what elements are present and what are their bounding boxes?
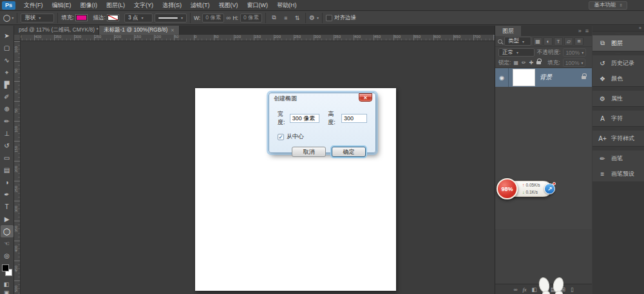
layer-list-empty-area[interactable] (495, 87, 592, 229)
panel-group-grip[interactable]: ··· (592, 146, 644, 151)
foreground-color-swatch[interactable] (2, 264, 9, 271)
pasteboard[interactable] (21, 41, 495, 294)
menu-item-3[interactable]: 图层(L) (102, 0, 129, 10)
hand-tool[interactable]: ☜ (1, 237, 14, 250)
gradient-tool[interactable]: ▤ (1, 164, 14, 176)
panel-button-layers[interactable]: ⧉图层 (592, 35, 644, 51)
filter-adjustment-layers-icon[interactable]: ◐ (544, 37, 553, 46)
document-tab[interactable]: psd @ 117% (二维码, CMYK/8) *× (14, 26, 99, 35)
lock-transparency-icon[interactable]: ▦ (513, 60, 518, 66)
brush-tool[interactable]: ✏ (1, 115, 14, 127)
menu-item-2[interactable]: 图像(I) (76, 0, 102, 10)
filter-type-layers-icon[interactable]: T (554, 37, 563, 46)
lock-pixels-icon[interactable]: ✏ (522, 60, 526, 66)
filter-smart-objects-icon[interactable]: ⧈ (574, 37, 583, 46)
type-tool[interactable]: T (1, 201, 14, 213)
path-selection-tool[interactable]: ▶ (1, 213, 14, 225)
eyedropper-tool[interactable]: ✐ (1, 91, 14, 103)
ellipse-tool[interactable]: ◯ (1, 225, 14, 237)
panel-button-character-styles[interactable]: A+字符样式 (592, 131, 644, 146)
lasso-tool[interactable]: ∿ (1, 54, 14, 66)
layer-effects-icon[interactable]: fx (522, 286, 526, 293)
menu-item-7[interactable]: 视图(V) (214, 0, 243, 10)
menu-item-0[interactable]: 文件(F) (19, 0, 48, 10)
filter-pixel-layers-icon[interactable]: ▦ (533, 37, 542, 46)
tab-layers[interactable]: 图层 (495, 26, 521, 36)
path-alignment-icon[interactable]: ≡ (281, 13, 290, 23)
tool-mode-select[interactable]: 形状 ▾ (21, 14, 54, 23)
panel-button-brush-presets[interactable]: ≡画笔预设 (592, 166, 644, 181)
layer-visibility-toggle[interactable]: ◉ (495, 68, 509, 87)
opacity-field[interactable]: 100% ▾ (563, 48, 586, 57)
layer-mask-icon[interactable]: ◧ (532, 286, 537, 293)
panel-button-properties[interactable]: ⚙属性 (592, 91, 644, 106)
filter-shape-layers-icon[interactable]: ▱ (564, 37, 573, 46)
gear-icon[interactable]: ⚙ (309, 14, 315, 21)
ok-button[interactable]: 确定 (332, 147, 366, 157)
stroke-width-field[interactable]: 3 点 ▾ (124, 14, 153, 23)
menu-item-4[interactable]: 文字(Y) (129, 0, 158, 10)
menu-item-1[interactable]: 编辑(E) (48, 0, 76, 10)
from-center-checkbox[interactable]: ✓ (278, 134, 284, 140)
dialog-height-input[interactable] (341, 114, 367, 123)
v-ruler[interactable]: 10050050100150200250300350400450500 (14, 41, 21, 294)
menu-item-6[interactable]: 滤镜(T) (186, 0, 214, 10)
blend-mode-select[interactable]: 正常 ▾ (498, 48, 535, 57)
collapse-panels-icon[interactable]: » (592, 26, 644, 31)
network-speed-widget[interactable]: ↑ 0.05K/s ↓ 0.1K/s ↗ 98% (497, 178, 556, 201)
eraser-tool[interactable]: ▭ (1, 152, 14, 164)
layer-row-background[interactable]: ◉ 背景 (495, 68, 592, 87)
tab-close-icon[interactable]: × (171, 27, 174, 33)
link-layers-icon[interactable]: ∞ (513, 286, 517, 293)
dialog-titlebar[interactable]: 创建椭圆 × (269, 93, 375, 104)
align-edges-checkbox[interactable] (326, 15, 332, 21)
foreground-background-colors[interactable] (0, 263, 14, 280)
dialog-close-button[interactable]: × (359, 93, 372, 102)
panel-button-color[interactable]: ❖颜色 (592, 71, 644, 86)
lock-all-icon[interactable] (536, 61, 541, 64)
ruler-origin-corner[interactable] (14, 35, 21, 41)
stroke-style-select[interactable]: ▾ (155, 14, 187, 23)
path-operations-icon[interactable]: ⧉ (269, 13, 279, 23)
panel-group-grip[interactable]: ··· (592, 126, 644, 131)
zoom-tool[interactable]: ◎ (1, 250, 14, 262)
path-arrangement-icon[interactable]: ⇅ (292, 13, 302, 23)
tool-preset-picker[interactable]: ◯ ▾ (3, 14, 14, 21)
document-tab[interactable]: 未标题-1 @ 100%(RGB/8)× (99, 26, 180, 35)
panel-group-grip[interactable]: ··· (592, 86, 644, 91)
panel-group-grip[interactable]: ··· (592, 51, 644, 55)
panel-group-grip[interactable]: ··· (592, 31, 644, 35)
panel-button-character[interactable]: A字符 (592, 111, 644, 126)
healing-brush-tool[interactable]: ⊕ (1, 103, 14, 115)
filter-type-select[interactable]: 类型 ▾ (504, 37, 531, 46)
screen-mode-icon[interactable]: ▣ (0, 288, 13, 294)
panel-group-grip[interactable]: ··· (592, 106, 644, 111)
quick-mask-icon[interactable]: ◧ (0, 280, 13, 288)
move-tool[interactable]: ➤ (1, 30, 14, 42)
panel-menu-icon[interactable]: ≡ (585, 28, 589, 34)
menu-item-5[interactable]: 选择(S) (158, 0, 186, 10)
clone-stamp-tool[interactable]: ⊥ (1, 127, 14, 140)
fill-color-swatch[interactable] (76, 15, 87, 21)
shape-height-field[interactable]: 0 像素 (240, 14, 262, 23)
layer-name[interactable]: 背景 (540, 73, 582, 82)
h-ruler[interactable]: 4504003503002502001501005005010015020025… (14, 35, 495, 41)
memory-percent-ball[interactable]: 98% (497, 178, 518, 199)
menu-item-9[interactable]: 帮助(H) (272, 0, 301, 10)
delete-layer-icon[interactable]: ▯ (571, 286, 574, 293)
collapse-panel-icon[interactable]: » (578, 28, 582, 34)
workspace-switcher[interactable]: 基本功能 ≡ (589, 1, 627, 10)
shape-width-field[interactable]: 0 像素 (202, 14, 224, 23)
dodge-tool[interactable]: ◑ (1, 176, 14, 188)
panel-button-brush[interactable]: ✏画笔 (592, 151, 644, 166)
rectangular-marquee-tool[interactable]: ▢ (1, 42, 14, 54)
panel-button-history[interactable]: ↺历史记录 (592, 55, 644, 71)
layer-thumbnail[interactable] (513, 69, 535, 86)
link-dimensions-icon[interactable]: ∞ (226, 14, 231, 21)
crop-tool[interactable]: ▛ (1, 78, 14, 91)
history-brush-tool[interactable]: ↺ (1, 140, 14, 152)
stroke-color-swatch[interactable] (108, 15, 118, 21)
dialog-width-input[interactable] (290, 114, 319, 123)
lock-position-icon[interactable]: ✚ (529, 60, 534, 66)
quick-selection-tool[interactable]: ⌖ (1, 66, 14, 78)
